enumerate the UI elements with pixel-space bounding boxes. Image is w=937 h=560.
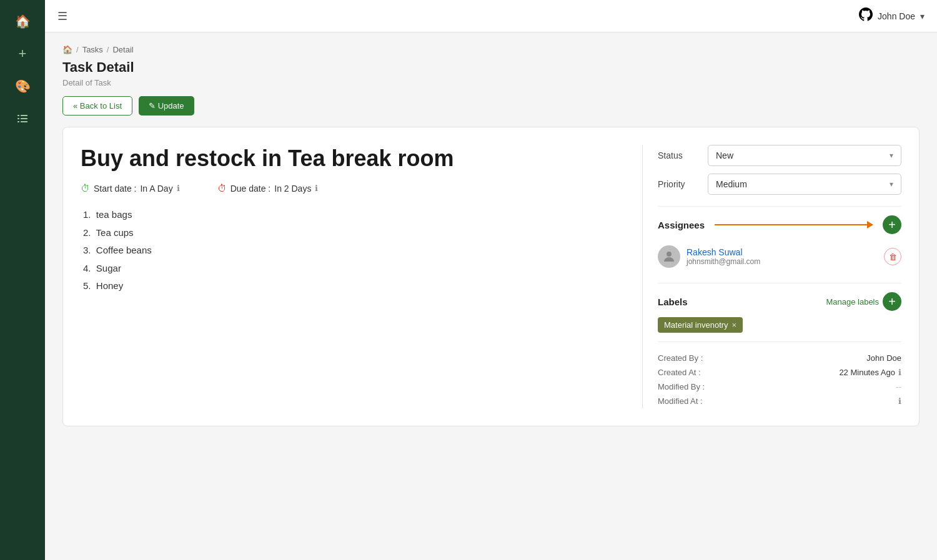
plus-icon[interactable]: + bbox=[9, 40, 36, 67]
action-buttons: « Back to List ✎ Update bbox=[62, 96, 920, 115]
list-item: 2. Tea cups bbox=[83, 224, 627, 242]
created-by-row: Created By : John Doe bbox=[658, 351, 901, 365]
priority-label: Priority bbox=[658, 179, 708, 189]
list-item: 4. Sugar bbox=[83, 260, 627, 278]
back-to-list-button[interactable]: « Back to List bbox=[62, 96, 132, 115]
sidebar: 🏠 + 🎨 bbox=[0, 0, 45, 560]
list-item: 1. tea bags bbox=[83, 206, 627, 224]
modified-by-value: -- bbox=[896, 382, 901, 391]
svg-rect-3 bbox=[21, 118, 27, 119]
topbar: ☰ John Doe ▾ bbox=[45, 0, 937, 32]
labels-title: Labels bbox=[658, 297, 688, 307]
hamburger-icon[interactable]: ☰ bbox=[57, 9, 67, 23]
manage-labels-link[interactable]: Manage labels bbox=[826, 297, 879, 307]
date-row: ⏱ Start date : In A Day ℹ ⏱ Due date : I… bbox=[81, 183, 627, 194]
breadcrumb-sep-2: / bbox=[107, 45, 109, 54]
assignee-name: Rakesh Suwal bbox=[687, 247, 878, 257]
svg-rect-2 bbox=[17, 118, 19, 119]
assignee-info: Rakesh Suwal johnsmith@gmail.com bbox=[687, 247, 878, 266]
created-at-label: Created At : bbox=[658, 368, 701, 377]
label-tag: Material invenotry × bbox=[658, 317, 743, 333]
svg-point-6 bbox=[667, 252, 672, 257]
home-icon[interactable]: 🏠 bbox=[9, 7, 36, 35]
modified-at-info-icon[interactable]: ℹ bbox=[898, 396, 901, 406]
svg-rect-4 bbox=[17, 121, 19, 122]
breadcrumb: 🏠 / Tasks / Detail bbox=[62, 45, 920, 54]
breadcrumb-detail: Detail bbox=[112, 45, 133, 54]
start-date-value: In A Day bbox=[140, 184, 172, 194]
breadcrumb-tasks[interactable]: Tasks bbox=[82, 45, 103, 54]
breadcrumb-sep-1: / bbox=[76, 45, 79, 54]
due-date-icon: ⏱ bbox=[217, 183, 227, 194]
svg-rect-5 bbox=[21, 121, 27, 122]
created-at-info-icon[interactable]: ℹ bbox=[898, 368, 901, 377]
page-title: Task Detail bbox=[62, 59, 920, 76]
main-area: ☰ John Doe ▾ 🏠 / Tasks / Detail Task Det… bbox=[45, 0, 937, 560]
due-date-value: In 2 Days bbox=[274, 184, 311, 194]
content-area: 🏠 / Tasks / Detail Task Detail Detail of… bbox=[45, 32, 937, 560]
task-left-panel: Buy and restock in Tea break room ⏱ Star… bbox=[81, 145, 627, 408]
priority-select[interactable]: Medium ▾ bbox=[708, 174, 901, 195]
due-date-label: Due date : bbox=[231, 184, 271, 194]
assignee-row: Rakesh Suwal johnsmith@gmail.com 🗑 bbox=[658, 242, 901, 272]
vertical-divider bbox=[642, 145, 643, 408]
github-icon bbox=[859, 7, 873, 24]
created-by-label: Created By : bbox=[658, 353, 703, 363]
label-tag-remove-icon[interactable]: × bbox=[732, 320, 737, 330]
assignee-avatar bbox=[658, 245, 680, 268]
start-date-icon: ⏱ bbox=[81, 183, 90, 194]
modified-at-label: Modified At : bbox=[658, 396, 703, 406]
svg-rect-0 bbox=[17, 115, 19, 116]
user-chevron[interactable]: ▾ bbox=[920, 11, 925, 21]
status-section: Status New ▾ Priority Medium ▾ bbox=[658, 145, 901, 195]
status-value: New bbox=[716, 150, 733, 160]
task-title: Buy and restock in Tea break room bbox=[81, 145, 627, 172]
meta-section: Created By : John Doe Created At : 22 Mi… bbox=[658, 341, 901, 408]
modified-by-row: Modified By : -- bbox=[658, 380, 901, 394]
assignees-header: Assignees + bbox=[658, 215, 901, 234]
status-select[interactable]: New ▾ bbox=[708, 145, 901, 166]
start-date-item: ⏱ Start date : In A Day ℹ bbox=[81, 183, 180, 194]
add-label-button[interactable]: + bbox=[883, 292, 901, 311]
task-card: Buy and restock in Tea break room ⏱ Star… bbox=[62, 127, 920, 426]
list-item: 5. Honey bbox=[83, 277, 627, 295]
page-subtitle: Detail of Task bbox=[62, 78, 920, 87]
created-by-value: John Doe bbox=[866, 353, 901, 363]
assignees-arrow-line bbox=[715, 224, 873, 225]
task-right-panel: Status New ▾ Priority Medium ▾ bbox=[658, 145, 901, 408]
start-date-info-icon[interactable]: ℹ bbox=[177, 184, 180, 193]
priority-chevron-icon: ▾ bbox=[890, 180, 893, 189]
list-item: 3. Coffee beans bbox=[83, 242, 627, 260]
assignees-section: Assignees + Rakesh Suwal johnsmith@gmail… bbox=[658, 206, 901, 272]
status-label: Status bbox=[658, 150, 708, 160]
priority-field-row: Priority Medium ▾ bbox=[658, 174, 901, 195]
user-name: John Doe bbox=[878, 11, 915, 21]
created-at-row: Created At : 22 Minutes Ago ℹ bbox=[658, 365, 901, 380]
remove-assignee-button[interactable]: 🗑 bbox=[884, 248, 901, 265]
start-date-label: Start date : bbox=[94, 184, 136, 194]
palette-icon[interactable]: 🎨 bbox=[9, 72, 36, 100]
label-tag-text: Material invenotry bbox=[664, 320, 728, 330]
task-items-list: 1. tea bags 2. Tea cups 3. Coffee beans … bbox=[81, 206, 627, 295]
labels-header: Labels Manage labels + bbox=[658, 292, 901, 311]
update-button[interactable]: ✎ Update bbox=[139, 96, 194, 115]
status-chevron-icon: ▾ bbox=[890, 151, 893, 160]
status-field-row: Status New ▾ bbox=[658, 145, 901, 166]
add-assignee-button[interactable]: + bbox=[883, 215, 901, 234]
assignees-title: Assignees bbox=[658, 220, 705, 230]
labels-container: Material invenotry × bbox=[658, 317, 901, 333]
checklist-icon[interactable] bbox=[9, 105, 36, 132]
modified-at-row: Modified At : ℹ bbox=[658, 394, 901, 408]
assignee-email: johnsmith@gmail.com bbox=[687, 257, 878, 266]
svg-rect-1 bbox=[21, 115, 27, 116]
created-at-value: 22 Minutes Ago bbox=[839, 368, 895, 377]
modified-by-label: Modified By : bbox=[658, 382, 705, 391]
due-date-info-icon[interactable]: ℹ bbox=[315, 184, 318, 193]
breadcrumb-home-icon[interactable]: 🏠 bbox=[62, 45, 72, 54]
priority-value: Medium bbox=[716, 179, 747, 189]
due-date-item: ⏱ Due date : In 2 Days ℹ bbox=[217, 183, 319, 194]
labels-section: Labels Manage labels + Material invenotr… bbox=[658, 283, 901, 333]
